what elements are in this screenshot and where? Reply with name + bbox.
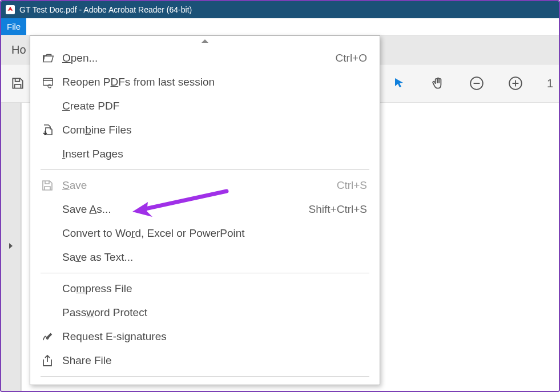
menu-insert-pages[interactable]: Insert Pages xyxy=(30,142,380,166)
menu-label: Save xyxy=(62,179,337,192)
save-icon xyxy=(41,179,62,192)
menu-label: Create PDF xyxy=(62,100,367,112)
zoom-out-icon[interactable] xyxy=(469,76,484,91)
menu-save: Save Ctrl+S xyxy=(30,173,380,197)
save-icon[interactable] xyxy=(10,76,25,91)
menu-shortcut: Ctrl+O xyxy=(336,52,367,64)
menu-label: Share File xyxy=(62,354,367,367)
reopen-icon xyxy=(41,76,62,88)
zoom-level-partial: 1 xyxy=(547,77,553,90)
menu-request-esignatures[interactable]: Request E-signatures xyxy=(30,325,380,349)
svg-rect-2 xyxy=(43,79,53,86)
sidebar-panel xyxy=(1,103,21,391)
menu-bar: File xyxy=(1,18,559,35)
window-title: GT Test Doc.pdf - Adobe Acrobat Reader (… xyxy=(19,5,192,14)
signature-icon xyxy=(41,330,62,343)
menu-label: Compress File xyxy=(62,282,367,295)
menu-create-pdf[interactable]: Create PDF xyxy=(30,94,380,118)
menu-combine-files[interactable]: Combine Files xyxy=(30,118,380,142)
menu-label: Convert to Word, Excel or PowerPoint xyxy=(62,227,367,240)
menu-open[interactable]: Open... Ctrl+O xyxy=(30,46,380,70)
menu-scroll-up[interactable] xyxy=(30,36,380,46)
menu-password-protect[interactable]: Password Protect xyxy=(30,301,380,325)
menu-convert-to-office[interactable]: Convert to Word, Excel or PowerPoint xyxy=(30,221,380,245)
menu-label: Combine Files xyxy=(62,124,367,136)
acrobat-app-icon xyxy=(6,5,15,14)
menu-save-as[interactable]: Save As... Shift+Ctrl+S xyxy=(30,197,380,221)
menu-shortcut: Ctrl+S xyxy=(337,179,367,192)
menu-label: Request E-signatures xyxy=(62,330,367,343)
menu-reopen-pdfs[interactable]: Reopen PDFs from last session xyxy=(30,70,380,94)
menu-label: Insert Pages xyxy=(62,148,367,160)
share-icon xyxy=(41,354,62,367)
menu-label: Open... xyxy=(62,52,336,64)
menu-separator xyxy=(41,169,369,170)
menu-label: Save As... xyxy=(62,203,309,216)
title-bar: GT Test Doc.pdf - Adobe Acrobat Reader (… xyxy=(1,1,559,18)
folder-open-icon xyxy=(41,52,62,64)
menu-save-as-text[interactable]: Save as Text... xyxy=(30,245,380,269)
menu-separator xyxy=(41,376,369,377)
menu-share-file[interactable]: Share File xyxy=(30,349,380,373)
combine-files-icon xyxy=(41,123,62,137)
menu-label: Reopen PDFs from last session xyxy=(62,76,367,88)
menu-label: Password Protect xyxy=(62,306,367,319)
sidebar-expand-icon[interactable] xyxy=(8,242,14,252)
file-menu-dropdown: Open... Ctrl+O Reopen PDFs from last ses… xyxy=(30,35,380,385)
cursor-icon[interactable] xyxy=(392,76,406,91)
menu-shortcut: Shift+Ctrl+S xyxy=(309,203,367,216)
tab-home-partial[interactable]: Ho xyxy=(11,43,26,56)
menu-compress-file[interactable]: Compress File xyxy=(30,277,380,301)
menu-separator xyxy=(41,273,369,273)
hand-icon[interactable] xyxy=(430,76,445,91)
menu-file[interactable]: File xyxy=(1,18,26,35)
zoom-in-icon[interactable] xyxy=(508,76,523,91)
menu-label: Save as Text... xyxy=(62,251,367,264)
